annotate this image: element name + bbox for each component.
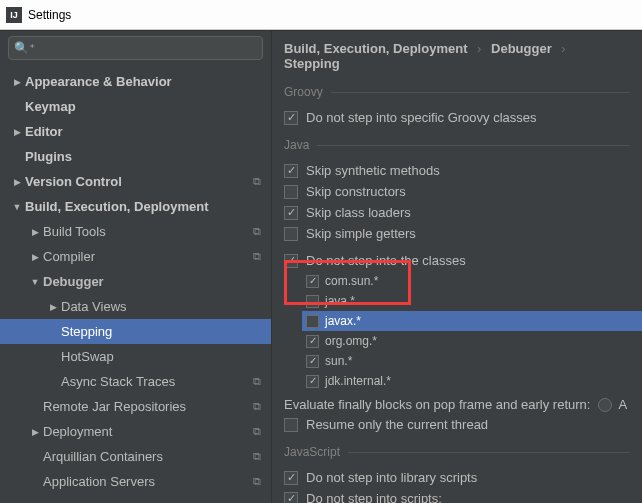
opt-label: Skip synthetic methods: [306, 163, 440, 178]
opt-label: Skip class loaders: [306, 205, 411, 220]
tree-arrow-icon: ▶: [12, 127, 22, 137]
tree-item[interactable]: Plugins: [0, 144, 271, 169]
tree-label: Deployment: [43, 424, 112, 439]
opt-label: Do not step into the classes: [306, 253, 466, 268]
tree-item[interactable]: Keymap: [0, 94, 271, 119]
eval-label: Evaluate finally blocks on pop frame and…: [284, 397, 590, 412]
window-title: Settings: [28, 8, 71, 22]
tree-label: Debugger: [43, 274, 104, 289]
opt-resume-current[interactable]: Resume only the current thread: [272, 414, 642, 435]
section-title-js: JavaScript: [284, 445, 340, 459]
opt-js-scripts[interactable]: Do not step into scripts:: [272, 488, 642, 503]
tree-arrow-icon: ▶: [12, 177, 22, 187]
opt-label: Do not step into scripts:: [306, 491, 442, 503]
tree-item[interactable]: ▶Deployment⧉: [0, 419, 271, 444]
radio-eval[interactable]: [598, 398, 612, 412]
opt-java[interactable]: Skip class loaders: [272, 202, 642, 223]
copy-icon: ⧉: [253, 175, 261, 188]
checkbox-icon[interactable]: [306, 315, 319, 328]
tree-arrow-icon: ▶: [30, 227, 40, 237]
search-icon: 🔍⁺: [14, 41, 35, 55]
checkbox-icon[interactable]: [284, 254, 298, 268]
tree-item[interactable]: ▶Editor: [0, 119, 271, 144]
class-row[interactable]: jdk.internal.*: [302, 371, 642, 391]
settings-content: Build, Execution, Deployment › Debugger …: [272, 31, 642, 503]
checkbox-icon[interactable]: [284, 471, 298, 485]
class-label: java.*: [325, 294, 355, 308]
tree-arrow-icon: ▶: [48, 302, 58, 312]
section-title-groovy: Groovy: [284, 85, 323, 99]
search-input[interactable]: 🔍⁺: [8, 36, 263, 60]
checkbox-icon[interactable]: [284, 418, 298, 432]
radio-label: A: [618, 397, 627, 412]
opt-do-not-step-into[interactable]: Do not step into the classes: [272, 250, 642, 271]
settings-sidebar: 🔍⁺ ▶Appearance & BehaviorKeymap▶EditorPl…: [0, 31, 272, 503]
class-row[interactable]: com.sun.*: [302, 271, 642, 291]
class-label: sun.*: [325, 354, 352, 368]
class-label: org.omg.*: [325, 334, 377, 348]
tree-item[interactable]: ▶Version Control⧉: [0, 169, 271, 194]
copy-icon: ⧉: [253, 250, 261, 263]
chevron-right-icon: ›: [471, 41, 487, 56]
checkbox-icon[interactable]: [284, 111, 298, 125]
class-row[interactable]: org.omg.*: [302, 331, 642, 351]
tree-item[interactable]: ▶Build Tools⧉: [0, 219, 271, 244]
checkbox-icon[interactable]: [284, 492, 298, 504]
tree-item[interactable]: Stepping: [0, 319, 271, 344]
tree-label: Editor: [25, 124, 63, 139]
tree-label: Async Stack Traces: [61, 374, 175, 389]
app-icon: IJ: [6, 7, 22, 23]
opt-groovy-specific[interactable]: Do not step into specific Groovy classes: [272, 107, 642, 128]
tree-item[interactable]: ▶Compiler⧉: [0, 244, 271, 269]
tree-item[interactable]: Arquillian Containers⧉: [0, 444, 271, 469]
tree-item[interactable]: Remote Jar Repositories⧉: [0, 394, 271, 419]
tree-item[interactable]: ▶Data Views: [0, 294, 271, 319]
tree-item[interactable]: ▼Build, Execution, Deployment: [0, 194, 271, 219]
tree-label: Version Control: [25, 174, 122, 189]
class-label: jdk.internal.*: [325, 374, 391, 388]
copy-icon: ⧉: [253, 425, 261, 438]
checkbox-icon[interactable]: [284, 227, 298, 241]
tree-item[interactable]: HotSwap: [0, 344, 271, 369]
search-field[interactable]: [39, 41, 257, 55]
checkbox-icon[interactable]: [306, 375, 319, 388]
copy-icon: ⧉: [253, 225, 261, 238]
breadcrumb: Build, Execution, Deployment › Debugger …: [272, 31, 642, 81]
opt-java[interactable]: Skip synthetic methods: [272, 160, 642, 181]
copy-icon: ⧉: [253, 450, 261, 463]
tree-item[interactable]: ▼Debugger: [0, 269, 271, 294]
checkbox-icon[interactable]: [306, 335, 319, 348]
tree-item[interactable]: Async Stack Traces⧉: [0, 369, 271, 394]
main: 🔍⁺ ▶Appearance & BehaviorKeymap▶EditorPl…: [0, 30, 642, 503]
class-row[interactable]: sun.*: [302, 351, 642, 371]
checkbox-icon[interactable]: [306, 275, 319, 288]
crumb-stepping: Stepping: [284, 56, 340, 71]
opt-js-library[interactable]: Do not step into library scripts: [272, 467, 642, 488]
tree-label: Appearance & Behavior: [25, 74, 172, 89]
tree-label: HotSwap: [61, 349, 114, 364]
tree-item[interactable]: ▶Appearance & Behavior: [0, 69, 271, 94]
opt-java[interactable]: Skip constructors: [272, 181, 642, 202]
copy-icon: ⧉: [253, 400, 261, 413]
checkbox-icon[interactable]: [284, 185, 298, 199]
opt-label: Do not step into library scripts: [306, 470, 477, 485]
checkbox-icon[interactable]: [284, 206, 298, 220]
checkbox-icon[interactable]: [284, 164, 298, 178]
tree-arrow-icon: ▶: [12, 77, 22, 87]
opt-java[interactable]: Skip simple getters: [272, 223, 642, 244]
tree-label: Stepping: [61, 324, 112, 339]
class-row[interactable]: javax.*: [302, 311, 642, 331]
checkbox-icon[interactable]: [306, 355, 319, 368]
class-label: com.sun.*: [325, 274, 378, 288]
checkbox-icon[interactable]: [306, 295, 319, 308]
class-row[interactable]: java.*: [302, 291, 642, 311]
tree-label: Build Tools: [43, 224, 106, 239]
tree-arrow-icon: ▶: [30, 252, 40, 262]
tree-label: Application Servers: [43, 474, 155, 489]
chevron-right-icon: ›: [555, 41, 571, 56]
opt-label: Do not step into specific Groovy classes: [306, 110, 537, 125]
eval-finally-row: Evaluate finally blocks on pop frame and…: [272, 391, 642, 414]
section-title-java: Java: [284, 138, 309, 152]
tree-item[interactable]: Application Servers⧉: [0, 469, 271, 494]
crumb-bed: Build, Execution, Deployment: [284, 41, 467, 56]
